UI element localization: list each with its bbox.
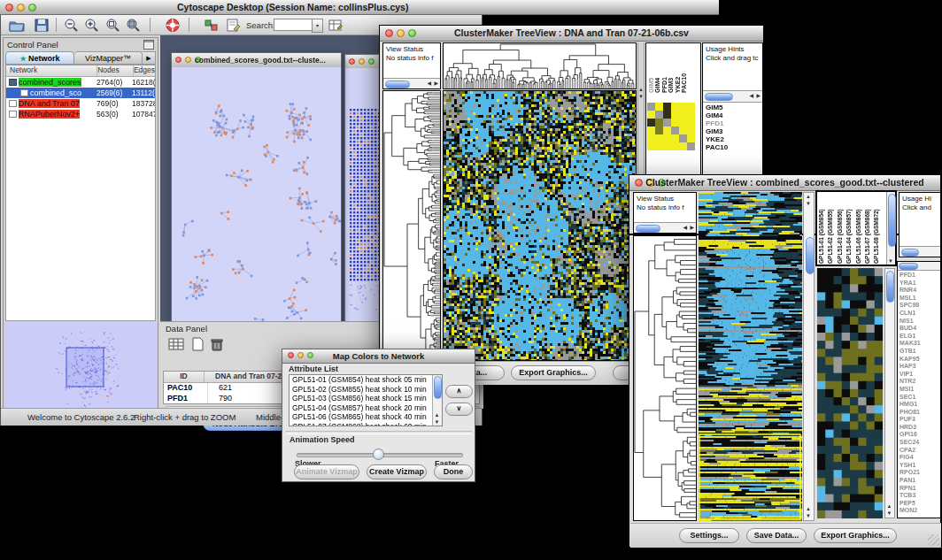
usage-scrollbar[interactable]: ◀ ▶	[703, 90, 762, 103]
matrix-cell[interactable]	[663, 134, 671, 142]
array-column-label[interactable]: GPL51-04 (GSM857)	[845, 193, 854, 264]
matrix-cell[interactable]	[687, 119, 695, 127]
save-data-button[interactable]: Save Data...	[746, 528, 807, 543]
matrix-cell[interactable]	[671, 111, 679, 119]
table-grid-icon[interactable]	[167, 336, 185, 352]
done-button[interactable]: Done	[434, 464, 473, 479]
gene-label[interactable]: ELG1	[900, 333, 921, 341]
tab-vizmapper[interactable]: VizMapper™	[74, 51, 143, 65]
open-file-icon[interactable]	[8, 18, 26, 33]
gene-label[interactable]: GTB1	[900, 348, 921, 356]
view-status-scrollbar[interactable]: ◀▶	[634, 222, 696, 233]
matrix-cell[interactable]	[671, 119, 679, 127]
matrix-cell[interactable]	[679, 134, 687, 142]
animation-speed-slider[interactable]	[297, 449, 461, 459]
matrix-cell[interactable]	[663, 103, 671, 111]
zoom-heatmap-panel[interactable]	[817, 268, 883, 518]
zoom-window-icon[interactable]	[28, 4, 36, 12]
window-controls[interactable]	[5, 4, 36, 12]
attribute-list-item[interactable]: GPL51-03 (GSM856) heat shock 15 min	[290, 394, 442, 403]
array-column-label[interactable]: GPL51-07 (GSM868)	[864, 193, 873, 264]
attribute-list-item[interactable]: GPL51-04 (GSM857) heat shock 20 min	[290, 403, 442, 413]
matrix-cell[interactable]	[687, 103, 695, 111]
matrix-cell[interactable]	[655, 127, 663, 134]
gene-dendrogram-panel[interactable]	[382, 90, 441, 361]
matrix-cell[interactable]	[671, 134, 679, 142]
attribute-list-item[interactable]: GPL51-01 (GSM854) heat shock 05 min	[290, 375, 442, 385]
array-column-label[interactable]: GPL51-02 (GSM855)	[827, 193, 836, 264]
col-id[interactable]: ID	[164, 372, 205, 382]
array-dendrogram-panel[interactable]	[443, 42, 637, 89]
slider-thumb[interactable]	[373, 449, 384, 460]
array-column-label[interactable]: GPL51-03 (GSM856)	[837, 193, 845, 264]
attribute-browser-icon[interactable]	[327, 18, 344, 33]
save-icon[interactable]	[33, 18, 50, 33]
usage-scrollbar[interactable]	[900, 246, 940, 257]
gene-label[interactable]: GPI16	[900, 431, 921, 439]
zoom-fit-icon[interactable]	[125, 18, 143, 33]
matrix-cell[interactable]	[687, 142, 695, 150]
matrix-cell[interactable]	[687, 134, 695, 142]
gene-label[interactable]: RPN1	[900, 485, 921, 493]
search-input[interactable]	[274, 19, 313, 31]
attribute-list-item[interactable]: GPL51-06 (GSM865) heat shock 40 min	[290, 412, 442, 422]
gene-column-label[interactable]: YKE2	[675, 49, 681, 93]
matrix-cell[interactable]	[647, 111, 655, 119]
gene-dendrogram-canvas[interactable]	[383, 91, 440, 360]
gene-label[interactable]: HAP3	[900, 363, 921, 371]
resize-grip[interactable]	[928, 534, 939, 546]
matrix-cell[interactable]	[647, 127, 655, 134]
array-dendrogram-canvas[interactable]	[444, 43, 636, 88]
matrix-cell[interactable]	[671, 127, 679, 134]
network-overview-thumbnail[interactable]	[4, 321, 157, 420]
export-graphics-button[interactable]: Export Graphics...	[814, 528, 897, 543]
matrix-cell[interactable]	[663, 142, 671, 150]
matrix-cell[interactable]	[647, 103, 655, 111]
gene-row-label[interactable]: GIM5	[706, 104, 728, 111]
gene-label[interactable]: PFD1	[900, 272, 921, 280]
search-dropdown-button[interactable]: ▾	[312, 19, 323, 33]
network-view-window-1[interactable]: combined_scores_good.txt--cluste...	[171, 52, 342, 321]
tab-overflow-button[interactable]: ▶	[143, 51, 156, 65]
gene-list-hscrollbar[interactable]	[898, 262, 940, 271]
cytoscape-titlebar[interactable]: Cytoscape Desktop (Session Name: collins…	[0, 0, 719, 15]
gene-row-label[interactable]: YKE2	[706, 135, 728, 143]
gene-label[interactable]: MAK31	[900, 340, 921, 348]
matrix-cell[interactable]	[655, 142, 663, 150]
create-vizmap-button[interactable]: Create Vizmap	[367, 464, 427, 479]
col-network[interactable]: Network	[6, 65, 97, 76]
zoom-out-icon[interactable]	[63, 18, 81, 33]
gene-label[interactable]: MSI1	[900, 386, 921, 394]
export-graphics-button[interactable]: Export Graphics...	[511, 365, 596, 380]
gene-label[interactable]: SEC24	[900, 439, 921, 447]
gene-row-label[interactable]: PFD1	[706, 119, 728, 127]
array-labels-scrollbar[interactable]: ▼	[886, 192, 895, 265]
gene-label[interactable]: CLN1	[900, 310, 921, 318]
col-edges[interactable]: Edges	[134, 65, 155, 76]
gene-label[interactable]: KAP95	[900, 356, 921, 364]
gene-label[interactable]: VIP1	[900, 371, 921, 379]
matrix-cell[interactable]	[687, 111, 695, 119]
map-colors-dialog[interactable]: Map Colors to Network Attribute List GPL…	[282, 349, 475, 482]
float-panel-icon[interactable]	[143, 40, 154, 50]
gene-row-label[interactable]: PAC10	[706, 143, 728, 151]
move-up-button[interactable]: ∧	[445, 385, 473, 398]
network-table-row[interactable]: combined_sco 2569(6) 13112(15)	[6, 88, 155, 98]
array-column-label[interactable]: GPL51-08 (GSM872)	[873, 193, 882, 264]
matrix-cell[interactable]	[647, 134, 655, 142]
zoom-heatmap-canvas[interactable]	[817, 268, 883, 518]
gene-label[interactable]: SPC98	[900, 302, 921, 310]
gene-label[interactable]: SEC1	[900, 394, 921, 402]
gene-dendrogram-panel[interactable]	[633, 235, 697, 521]
gene-label[interactable]: FIG4	[900, 454, 921, 462]
matrix-cell[interactable]	[679, 127, 687, 134]
treeview-window-combined[interactable]: ClusterMaker TreeView : combined_scores_…	[629, 174, 941, 548]
gene-label[interactable]: PHO81	[900, 409, 921, 417]
matrix-cell[interactable]	[663, 127, 671, 134]
matrix-cell[interactable]	[671, 142, 679, 150]
view-status-scrollbar[interactable]: ◀▶	[383, 78, 440, 88]
settings-button[interactable]: Settings...	[679, 528, 739, 543]
gene-label[interactable]: BUD4	[900, 325, 921, 333]
matrix-cell[interactable]	[679, 111, 687, 119]
gene-column-label[interactable]: GIM3	[668, 49, 674, 93]
